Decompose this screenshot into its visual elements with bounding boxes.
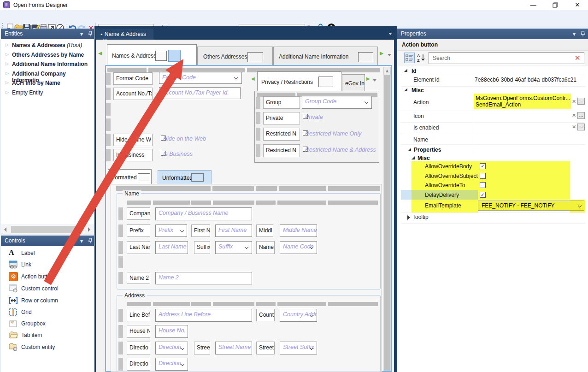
action-browse-button[interactable]: ... — [577, 98, 585, 105]
tab-placeholder-box[interactable] — [191, 173, 204, 182]
pin-icon[interactable] — [88, 31, 93, 37]
row-header-strip[interactable] — [118, 224, 123, 237]
tab-overflow-icon[interactable] — [388, 33, 392, 35]
hide-on-web-label[interactable]: Hide on the W — [113, 134, 153, 146]
control-item-groupbox[interactable]: xyGroupbox — [1, 319, 94, 330]
control-item-grid[interactable]: Grid — [1, 307, 94, 319]
unformatted-tab[interactable]: Unformatted — [158, 170, 212, 184]
first-name-label[interactable]: First N — [191, 224, 210, 237]
column-header-strip[interactable] — [277, 302, 326, 306]
close-button[interactable]: ✕ — [567, 0, 588, 10]
column-header-strip[interactable] — [107, 68, 147, 72]
scroll-up-button[interactable]: ▲ — [383, 67, 391, 75]
entity-item[interactable]: ▷Names & Addresses (Root) — [1, 41, 94, 51]
name-code-label[interactable]: Name — [256, 241, 275, 254]
last-name-input[interactable]: Last Name — [155, 241, 188, 254]
expand-arrow-icon[interactable]: ▷ — [6, 42, 9, 47]
column-header-strip[interactable] — [153, 201, 190, 205]
sub-misc-section-header[interactable]: Misc — [417, 155, 430, 161]
selected-action-button-control[interactable] — [168, 50, 181, 62]
row-header-strip[interactable] — [118, 207, 123, 220]
format-code-label[interactable]: Format Code — [113, 72, 153, 85]
suffix-dropdown[interactable]: Suffix — [215, 241, 252, 254]
designer-tab-additional-name[interactable]: Additional Name Information — [273, 47, 378, 65]
tab-list-dropdown-icon[interactable] — [373, 79, 376, 82]
pin-icon[interactable] — [88, 238, 93, 244]
element-id-label[interactable]: Element id — [413, 77, 440, 83]
company-label[interactable]: Compan — [127, 207, 150, 220]
clear-properties-search-icon[interactable]: ✕ — [575, 54, 581, 62]
delay-delivery-label[interactable]: DelayDelivery — [425, 192, 459, 198]
country-dropdown[interactable]: Country Address — [280, 309, 317, 322]
properties-section-header[interactable]: Properties — [414, 147, 441, 153]
id-section-header[interactable]: Id — [412, 68, 417, 74]
entities-panel-header[interactable]: Entities ▾ — [1, 29, 94, 39]
street-suffix-dropdown[interactable]: Street Suffix — [280, 342, 317, 354]
formatted-tab[interactable]: Formatted — [108, 169, 152, 184]
column-header-strip[interactable] — [153, 302, 190, 306]
row-header-strip[interactable] — [256, 112, 260, 124]
row-header-strip[interactable] — [106, 118, 111, 131]
expand-arrow-icon[interactable]: ▷ — [6, 80, 9, 85]
expand-arrow-icon[interactable]: ▷ — [6, 71, 9, 76]
email-template-dropdown[interactable]: FEE_NOTIFY - FEE_NOTIFY — [478, 201, 584, 211]
allow-override-subject-label[interactable]: AllowOverrideSubject — [425, 173, 478, 179]
document-tab[interactable]: • Name & Address ✕ — [96, 29, 153, 40]
account-no-input[interactable]: Account No./Tax Payer Id. — [159, 87, 241, 99]
line-before-label[interactable]: Line Befo — [127, 309, 150, 321]
caret-down-icon[interactable]: ▾ — [80, 31, 83, 37]
line-before-input[interactable]: Address Line Before — [155, 309, 252, 322]
icon-label[interactable]: Icon — [413, 113, 424, 119]
email-template-label[interactable]: EmailTemplate — [425, 202, 461, 209]
column-header-strip[interactable] — [328, 186, 380, 191]
entity-item[interactable]: ▷ACH Info by Name — [1, 79, 94, 89]
name2-input[interactable]: Name 2 — [155, 272, 252, 284]
entity-item[interactable]: ▷Empty Entity — [1, 89, 94, 98]
column-header-strip[interactable] — [127, 201, 151, 205]
nav-right-icon[interactable]: ▶ — [380, 50, 383, 56]
expand-arrow-icon[interactable]: ▷ — [6, 52, 9, 57]
allow-override-body-label[interactable]: AllowOverrideBody — [425, 163, 472, 170]
restore-button[interactable] — [545, 0, 565, 10]
street-suffix-label[interactable]: Street — [256, 342, 275, 354]
is-business-label[interactable]: Is Business — [113, 149, 153, 161]
allow-override-to-checkbox[interactable] — [480, 182, 486, 188]
column-header-strip[interactable] — [212, 186, 254, 191]
misc-section-header[interactable]: Misc — [412, 87, 424, 94]
collapse-properties-section-icon[interactable] — [408, 148, 411, 151]
column-header-strip[interactable] — [191, 302, 211, 306]
street-label[interactable]: Street — [194, 342, 210, 354]
properties-panel-header[interactable]: Properties ▾ — [397, 29, 588, 39]
row-header-strip[interactable] — [256, 97, 260, 109]
scroll-right-icon[interactable] — [88, 227, 90, 232]
collapse-misc-section-icon[interactable] — [404, 88, 407, 91]
column-header-strip[interactable] — [256, 302, 276, 306]
last-name-label[interactable]: Last Nar — [127, 241, 150, 254]
controls-panel-header[interactable]: Controls ▾ — [1, 236, 94, 246]
allow-override-body-checkbox[interactable]: ✓ — [480, 163, 486, 169]
row-header-strip[interactable] — [256, 128, 260, 141]
suffix-label[interactable]: Suffix — [194, 241, 210, 254]
column-header-strip[interactable] — [213, 201, 254, 205]
restricted-name-only-label[interactable]: Restricted N — [263, 128, 300, 141]
control-item-row-or-column[interactable]: Row or column — [1, 295, 94, 307]
column-header-strip[interactable] — [213, 302, 254, 306]
caret-down-icon[interactable]: ▾ — [80, 238, 83, 244]
row-header-strip[interactable] — [106, 149, 111, 161]
entity-item[interactable]: ▷Additional Name Information — [1, 60, 94, 70]
expand-tooltip-section-icon[interactable] — [407, 215, 410, 220]
name2-label[interactable]: Name 2 — [127, 272, 150, 284]
country-label[interactable]: Count — [256, 309, 275, 321]
collapse-sub-misc-icon[interactable] — [412, 156, 415, 159]
direction2-label[interactable]: Directio — [127, 358, 150, 371]
entity-item[interactable]: ▷Additional Company Informatio — [1, 70, 94, 79]
row-header-strip[interactable] — [106, 103, 111, 116]
direction1-label[interactable]: Directio — [127, 342, 150, 354]
entities-hscrollbar[interactable] — [1, 225, 94, 234]
tab-placeholder-box[interactable] — [318, 77, 333, 87]
house-no-input[interactable]: House No. — [155, 325, 188, 338]
row-header-strip[interactable] — [118, 325, 123, 338]
row-header-strip[interactable] — [118, 358, 123, 371]
row-header-strip[interactable] — [118, 342, 123, 354]
row-header-strip[interactable] — [106, 88, 111, 100]
